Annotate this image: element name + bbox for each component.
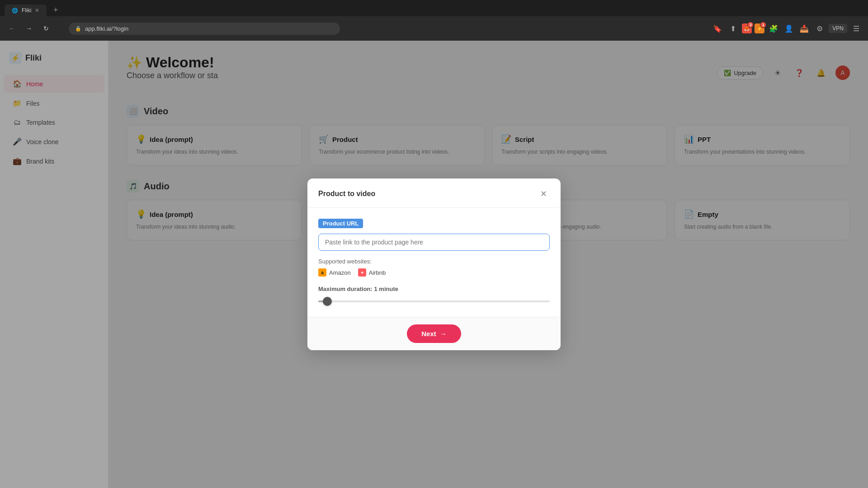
new-tab-button[interactable]: + [49, 4, 62, 16]
url-text: app.fliki.ai/?login [85, 25, 128, 32]
forward-button[interactable]: → [23, 22, 35, 35]
downloads-button[interactable]: 📥 [798, 22, 811, 35]
modal-title: Product to video [318, 190, 375, 198]
settings-button[interactable]: ⚙ [813, 22, 826, 35]
slider-thumb[interactable] [323, 297, 332, 306]
browser-toolbar: ← → ↻ 🔒 app.fliki.ai/?login 🔖 ⬆ 🦊 3 ⚡ 1 … [0, 16, 868, 41]
browser-actions: 🔖 ⬆ 🦊 3 ⚡ 1 🧩 👤 📥 ⚙ VPN ☰ [711, 22, 863, 35]
modal-header: Product to video ✕ [307, 178, 561, 208]
amazon-badge: a Amazon [318, 268, 351, 277]
airbnb-icon: ✦ [358, 268, 366, 277]
back-button[interactable]: ← [5, 22, 18, 35]
address-bar[interactable]: 🔒 app.fliki.ai/?login [69, 23, 340, 35]
field-label: Product URL [318, 219, 363, 228]
amazon-label: Amazon [329, 269, 351, 276]
product-to-video-modal: Product to video ✕ Product URL Supported… [307, 178, 561, 350]
duration-prefix: Maximum duration: [318, 286, 373, 292]
amazon-icon: a [318, 268, 326, 277]
extensions-button[interactable]: 🧩 [767, 22, 780, 35]
browser-chrome: 🌐 Fliki ✕ + ← → ↻ 🔒 app.fliki.ai/?login … [0, 0, 868, 41]
supported-label: Supported websites: [318, 258, 550, 265]
reload-button[interactable]: ↻ [40, 22, 52, 35]
extension-2[interactable]: ⚡ 1 [755, 23, 764, 33]
vpn-button[interactable]: VPN [829, 24, 847, 33]
airbnb-badge: ✦ Airbnb [358, 268, 386, 277]
extension-1[interactable]: 🦊 3 [742, 23, 752, 33]
active-tab[interactable]: 🌐 Fliki ✕ [5, 5, 47, 16]
duration-value-text: 1 minute [374, 286, 398, 292]
modal-overlay[interactable]: Product to video ✕ Product URL Supported… [0, 41, 868, 488]
next-button[interactable]: Next → [407, 324, 461, 343]
slider-track [318, 300, 550, 302]
next-arrow-icon: → [440, 330, 447, 338]
app-container: ⚡ Fliki 🏠 Home 📁 Files 🗂 Templates 🎤 Voi… [0, 41, 868, 488]
modal-footer: Next → [307, 317, 561, 350]
supported-sites: a Amazon ✦ Airbnb [318, 268, 550, 277]
bookmark-button[interactable]: 🔖 [711, 22, 724, 35]
duration-label: Maximum duration: 1 minute [318, 286, 550, 292]
lock-icon: 🔒 [75, 26, 81, 32]
browser-tabs: 🌐 Fliki ✕ + [0, 0, 868, 16]
modal-body: Product URL Supported websites: a Amazon… [307, 208, 561, 317]
menu-button[interactable]: ☰ [850, 22, 863, 35]
profiles-button[interactable]: 👤 [783, 22, 795, 35]
tab-title: Fliki [22, 7, 31, 14]
product-url-input[interactable] [318, 234, 550, 251]
airbnb-label: Airbnb [369, 269, 386, 276]
modal-close-button[interactable]: ✕ [537, 188, 550, 200]
share-button[interactable]: ⬆ [726, 22, 739, 35]
next-label: Next [421, 330, 436, 338]
duration-slider[interactable] [318, 297, 550, 306]
